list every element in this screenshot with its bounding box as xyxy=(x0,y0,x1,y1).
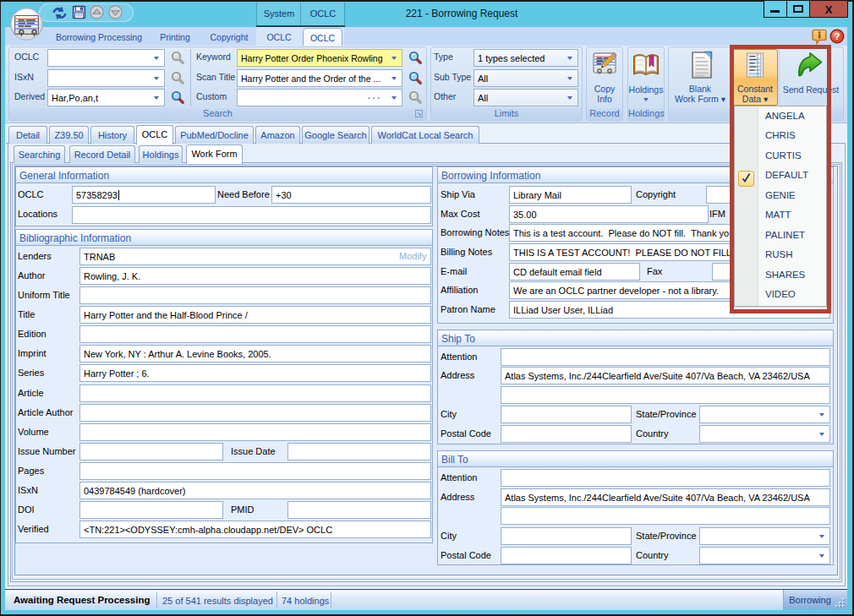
svg-text:?: ? xyxy=(834,31,840,41)
